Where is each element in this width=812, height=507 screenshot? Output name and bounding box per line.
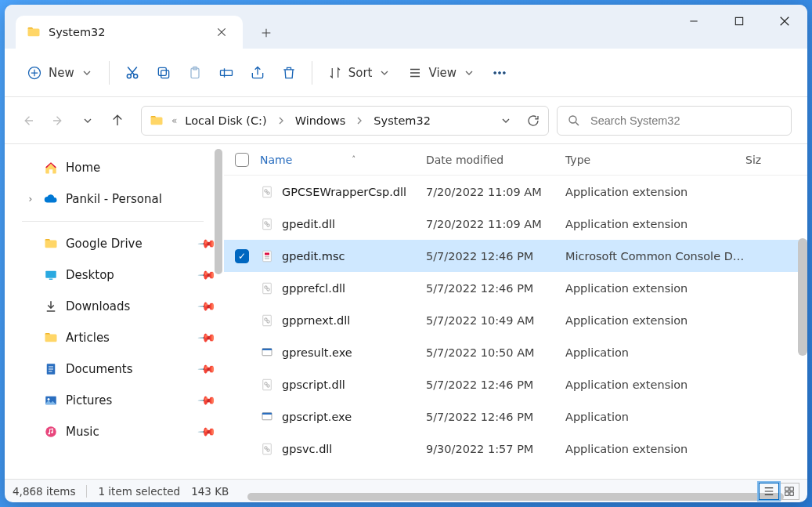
close-window-button[interactable] [762,5,807,38]
file-type: Application extension [565,378,745,391]
copy-icon [156,65,171,81]
folder-yellow-icon [44,331,58,345]
file-row[interactable]: gpedit.dll 7/20/2022 11:09 AM Applicatio… [224,208,807,240]
status-selected-count: 1 item selected [98,485,180,498]
details-view-button[interactable] [759,483,779,500]
nav-arrows [20,113,125,129]
sidebar-item-label: Articles [66,331,110,345]
sidebar-item-google-drive[interactable]: Google Drive 📌 [22,228,221,259]
file-type: Microsoft Common Console Do... [565,250,745,263]
file-row[interactable]: gpscript.dll 5/7/2022 12:46 PM Applicati… [224,368,807,400]
column-date[interactable]: Date modified [426,154,565,166]
sort-button[interactable]: Sort [320,57,399,89]
minimize-button[interactable] [671,5,716,38]
chevron-down-icon [378,67,391,79]
file-name: gpedit.dll [282,218,335,230]
breadcrumb-local-disk[interactable]: Local Disk (C:) [185,114,266,127]
file-row[interactable]: gpscript.exe 5/7/2022 12:46 PM Applicati… [224,400,807,433]
file-row[interactable]: gpprnext.dll 5/7/2022 10:49 AM Applicati… [224,304,807,336]
sidebar-item-music[interactable]: Music 📌 [22,416,221,447]
sidebar-item-label: Google Drive [66,237,143,251]
refresh-button[interactable] [526,114,540,128]
share-button[interactable] [243,57,272,89]
share-icon [250,65,265,81]
forward-button[interactable] [50,113,66,129]
row-checkbox[interactable]: ✓ [235,249,249,263]
folder-icon [150,114,164,128]
file-row[interactable]: ✓ gpedit.msc 5/7/2022 12:46 PM Microsoft… [224,240,807,272]
file-row[interactable]: gpprefcl.dll 5/7/2022 12:46 PM Applicati… [224,272,807,304]
column-size[interactable]: Siz [745,154,807,166]
dll-file-icon [260,378,274,392]
sidebar-item-documents[interactable]: Documents 📌 [22,353,221,385]
status-selected-size: 143 KB [191,485,229,498]
file-date: 9/30/2022 1:57 PM [426,443,565,455]
column-type[interactable]: Type [565,154,745,166]
sidebar-item-articles[interactable]: Articles 📌 [22,322,221,353]
file-date: 5/7/2022 12:46 PM [426,250,565,263]
expand-icon[interactable]: › [23,194,38,205]
file-row[interactable]: gpresult.exe 5/7/2022 10:50 AM Applicati… [224,336,807,368]
view-button[interactable]: View [400,57,483,89]
sidebar-scrollbar[interactable] [215,149,222,274]
file-date: 5/7/2022 12:46 PM [426,282,565,295]
tab-strip: System32 [5,5,282,49]
sidebar-item-label: Desktop [66,268,114,282]
home-icon [44,161,58,175]
sidebar-item-pictures[interactable]: Pictures 📌 [22,385,221,416]
address-dropdown-button[interactable] [500,114,512,127]
paste-button[interactable] [180,57,210,89]
new-label: New [49,66,74,80]
up-button[interactable] [110,113,125,129]
breadcrumb-windows[interactable]: Windows [295,114,346,127]
delete-button[interactable] [274,57,304,89]
search-input[interactable] [590,114,781,127]
sidebar-item-home[interactable]: Home [22,152,221,183]
separator [109,61,110,85]
dll-file-icon [260,217,274,231]
pin-icon: 📌 [197,328,217,348]
separator [22,221,204,222]
file-explorer-window: System32 New Sort [5,5,807,502]
select-all-checkbox[interactable] [235,153,249,167]
sidebar-item-label: Documents [66,362,133,376]
file-name: gpscript.exe [282,411,352,423]
vertical-scrollbar[interactable] [798,238,807,356]
chevron-right-icon[interactable] [275,114,287,127]
cut-button[interactable] [117,57,147,89]
column-name[interactable]: Name ˄ [260,154,426,166]
tab-close-button[interactable] [211,22,232,42]
more-button[interactable] [485,57,514,89]
address-bar[interactable]: « Local Disk (C:) Windows System32 [141,106,549,136]
file-type: Application extension [565,443,745,455]
tab-system32[interactable]: System32 [16,16,243,49]
rename-icon [218,65,234,81]
dll-file-icon [260,442,274,456]
file-row[interactable]: GPCSEWrapperCsp.dll 7/20/2022 11:09 AM A… [224,176,807,208]
folder-icon [27,25,41,39]
exe-file-icon [260,346,274,360]
plus-circle-icon [27,65,42,81]
search-box[interactable] [557,106,792,136]
file-type: Application extension [565,314,745,327]
file-list-pane: Name ˄ Date modified Type Siz GPCSEWrapp… [224,144,807,479]
sidebar-item-desktop[interactable]: Desktop 📌 [22,259,221,291]
recent-locations-button[interactable] [80,113,96,129]
horizontal-scrollbar[interactable] [247,493,784,501]
sidebar-item-onedrive[interactable]: › Pankil - Personal [22,183,221,215]
pin-icon: 📌 [197,390,217,411]
cut-icon [125,65,140,81]
back-button[interactable] [20,113,36,129]
new-button[interactable]: New [19,57,101,89]
copy-button[interactable] [149,57,179,89]
exe-file-icon [260,410,274,424]
chevron-right-icon[interactable] [353,114,366,127]
file-type: Application extension [565,186,745,198]
breadcrumb-system32[interactable]: System32 [374,114,431,127]
sidebar-item-downloads[interactable]: Downloads 📌 [22,291,221,322]
sidebar-item-label: Pankil - Personal [66,192,162,206]
maximize-button[interactable] [716,5,762,38]
new-tab-button[interactable] [251,17,282,49]
rename-button[interactable] [211,57,241,89]
file-row[interactable]: gpsvc.dll 9/30/2022 1:57 PM Application … [224,433,807,465]
